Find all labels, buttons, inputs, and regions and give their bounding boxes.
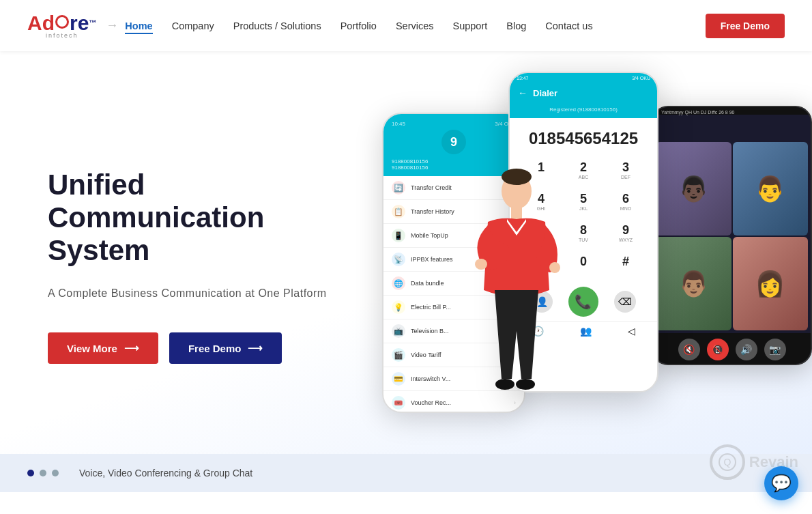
list-icon: 📱 bbox=[392, 229, 405, 242]
nav-arrow: → bbox=[106, 18, 118, 33]
logo-tm: ™ bbox=[89, 19, 96, 27]
dot-1[interactable] bbox=[27, 470, 34, 476]
list-icon: 💳 bbox=[392, 372, 405, 386]
person-icon-4: 👩 bbox=[755, 270, 785, 298]
camera-button[interactable]: 📷 bbox=[764, 339, 786, 360]
dot-3[interactable] bbox=[52, 470, 59, 476]
list-icon: 📋 bbox=[392, 205, 405, 218]
hero-section: Unified Communication System A Complete … bbox=[0, 51, 812, 454]
dial-key-6[interactable]: 6MNO bbox=[605, 186, 646, 216]
nav-free-demo-button[interactable]: Free Demo bbox=[706, 14, 785, 38]
logo-re: re bbox=[70, 13, 89, 33]
dial-key-3[interactable]: 3DEF bbox=[605, 155, 646, 185]
video-cell-4: 👩 bbox=[733, 237, 809, 330]
hero-buttons: View More ⟶ Free Demo ⟶ bbox=[48, 332, 362, 364]
bottom-strip: Voice, Video Conferencing & Group Chat Q… bbox=[0, 454, 812, 492]
svg-point-5 bbox=[495, 379, 514, 390]
nav-products[interactable]: Products / Solutions bbox=[233, 20, 321, 32]
logo-sub: infotech bbox=[46, 32, 78, 39]
hero-visuals: 10:453/4 OKU 9 918800810156 918800810156… bbox=[382, 72, 812, 454]
person-icon-1: 👨🏿 bbox=[678, 175, 709, 203]
nav-support[interactable]: Support bbox=[453, 20, 488, 32]
svg-point-1 bbox=[502, 169, 532, 185]
hero-content: Unified Communication System A Complete … bbox=[48, 169, 362, 365]
chat-icon: 💬 bbox=[771, 474, 792, 492]
video-cell-1: 👨🏿 bbox=[656, 142, 731, 235]
list-icon: 🎬 bbox=[392, 348, 405, 362]
list-icon: 💡 bbox=[392, 300, 405, 314]
revain-icon: Q bbox=[710, 444, 745, 480]
free-demo-button[interactable]: Free Demo ⟶ bbox=[169, 332, 282, 364]
nav-blog[interactable]: Blog bbox=[506, 20, 526, 32]
slide-label: Voice, Video Conferencing & Group Chat bbox=[79, 468, 252, 479]
call-button[interactable]: 📞 bbox=[568, 287, 598, 317]
backspace-icon[interactable]: ⌫ bbox=[614, 291, 636, 313]
video-cell-2: 👨 bbox=[733, 142, 809, 235]
svg-point-4 bbox=[549, 262, 560, 273]
mute-button[interactable]: 🔇 bbox=[678, 339, 700, 360]
navbar: Ad re ™ infotech → Home Company Products… bbox=[0, 0, 812, 51]
video-controls: 🔇 📵 🔊 📷 bbox=[653, 333, 811, 365]
logo[interactable]: Ad re ™ infotech bbox=[27, 13, 96, 39]
nav-links: Home Company Products / Solutions Portfo… bbox=[125, 20, 705, 32]
dialer-header: ← Dialer bbox=[510, 81, 657, 105]
list-icon: 🔄 bbox=[392, 181, 405, 195]
logo-ad: Ad bbox=[27, 13, 55, 33]
back-arrow-icon: ← bbox=[518, 87, 527, 98]
dialer-title: Dialer bbox=[533, 88, 557, 98]
svg-text:Q: Q bbox=[723, 457, 731, 468]
dot-2[interactable] bbox=[40, 470, 46, 476]
person-illustration bbox=[461, 154, 570, 454]
slide-dots bbox=[27, 470, 59, 476]
logo-circle bbox=[55, 15, 69, 29]
list-icon: 📺 bbox=[392, 324, 405, 338]
phone-nav-back[interactable]: ◁ bbox=[628, 326, 635, 337]
dialer-number: 018545654125 bbox=[510, 118, 657, 155]
svg-rect-2 bbox=[511, 207, 522, 219]
phone-right: Yahtmmyy QH Un DJ Diffc 26 8 90 👨🏿 👨 👨🏽 … bbox=[652, 106, 812, 365]
person-icon-3: 👨🏽 bbox=[678, 270, 709, 298]
nav-services[interactable]: Services bbox=[396, 20, 434, 32]
video-cell-3: 👨🏽 bbox=[656, 237, 731, 330]
nav-home[interactable]: Home bbox=[125, 20, 152, 32]
hero-subtitle: A Complete Business Communication at One… bbox=[48, 287, 362, 300]
list-icon: 🎟️ bbox=[392, 396, 405, 410]
nav-portfolio[interactable]: Portfolio bbox=[340, 20, 377, 32]
volume-button[interactable]: 🔊 bbox=[736, 339, 757, 360]
nav-company[interactable]: Company bbox=[172, 20, 214, 32]
dial-key-hash[interactable]: # bbox=[605, 249, 646, 274]
svg-point-6 bbox=[516, 379, 535, 390]
phone-avatar: 9 bbox=[441, 130, 466, 154]
person-icon-2: 👨 bbox=[755, 175, 785, 203]
dialer-registered: Registered (918800810156) bbox=[510, 105, 657, 118]
list-icon: 📡 bbox=[392, 253, 405, 266]
phone-nav-contacts[interactable]: 👥 bbox=[580, 326, 592, 337]
svg-point-3 bbox=[475, 259, 487, 270]
nav-contact[interactable]: Contact us bbox=[545, 20, 592, 32]
view-more-button[interactable]: View More ⟶ bbox=[48, 332, 158, 364]
end-call-button[interactable]: 📵 bbox=[707, 339, 729, 360]
video-grid: 👨🏿 👨 👨🏽 👩 bbox=[653, 115, 811, 333]
hero-title: Unified Communication System bbox=[48, 169, 362, 268]
list-icon: 🌐 bbox=[392, 276, 405, 290]
dial-key-9[interactable]: 9WXYZ bbox=[605, 218, 646, 248]
